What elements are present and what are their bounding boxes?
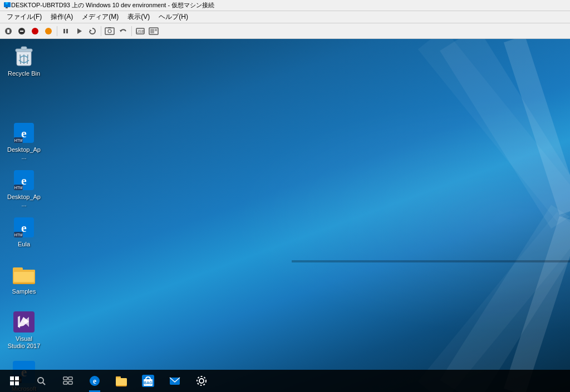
desktop: Recycle Bin e HTM Desktop_Ap... e HTM De… (0, 39, 570, 392)
svg-rect-2 (6, 7, 8, 8)
svg-rect-50 (14, 272, 34, 282)
toolbar-undo[interactable] (117, 25, 129, 37)
desktop-app-1-label: Desktop_Ap... (7, 146, 41, 161)
titlebar-text: DESKTOP-UBRTD93 上の Windows 10 dev enviro… (11, 1, 214, 9)
eula-image: e HTM (13, 216, 35, 239)
start-button[interactable] (2, 370, 27, 392)
menu-media[interactable]: メディア(M) (77, 11, 123, 23)
desktop-app-2-image: e HTM (13, 169, 35, 191)
desktop-app-2-label: Desktop_Ap... (7, 193, 41, 208)
search-button[interactable] (29, 370, 53, 392)
svg-point-8 (45, 28, 52, 34)
svg-point-75 (199, 379, 204, 383)
recycle-bin-icon[interactable]: Recycle Bin (4, 43, 43, 80)
svg-text:e: e (93, 377, 96, 385)
svg-rect-65 (68, 381, 72, 384)
svg-rect-70 (116, 378, 127, 385)
menu-help[interactable]: ヘルプ(H) (154, 11, 193, 23)
visual-studio-icon[interactable]: Visual Studio 2017 (4, 309, 43, 352)
svg-rect-1 (6, 2, 8, 4)
svg-rect-31 (21, 47, 27, 49)
svg-marker-11 (77, 28, 82, 34)
titlebar: DESKTOP-UBRTD93 上の Windows 10 dev enviro… (0, 0, 570, 11)
svg-rect-9 (63, 29, 65, 33)
toolbar-btn-2[interactable] (16, 25, 28, 37)
taskbar-explorer-button[interactable] (109, 370, 134, 392)
svg-point-60 (38, 378, 43, 383)
svg-marker-16 (120, 30, 122, 32)
toolbar-separator-2 (101, 26, 101, 36)
desktop-app-1-image: e HTM (13, 122, 35, 144)
svg-line-34 (27, 54, 28, 64)
menubar: ファイル(F) 操作(A) メディア(M) 表示(V) ヘルプ(H) (0, 11, 570, 23)
taskbar: e BAG (0, 370, 570, 392)
samples-icon[interactable]: Samples (4, 261, 43, 297)
svg-rect-62 (63, 377, 67, 380)
toolbar-pause[interactable] (60, 25, 72, 37)
toolbar-session[interactable] (148, 25, 160, 37)
task-view-button[interactable] (56, 370, 80, 392)
toolbar-reset[interactable] (86, 25, 99, 37)
toolbar-separator-1 (57, 26, 57, 36)
svg-rect-59 (15, 381, 19, 385)
taskbar-mail-button[interactable] (163, 370, 187, 392)
taskbar-settings-button[interactable] (189, 370, 214, 392)
toolbar-play[interactable] (73, 25, 85, 37)
toolbar-separator-3 (131, 26, 132, 36)
svg-line-61 (43, 383, 45, 385)
taskbar-store-button[interactable]: BAG (136, 370, 160, 392)
desktop-app-1-icon[interactable]: e HTM Desktop_Ap... (4, 120, 43, 163)
eula-icon[interactable]: e HTM Eula (4, 214, 43, 250)
menu-action[interactable]: 操作(A) (46, 11, 77, 23)
svg-rect-21 (155, 29, 157, 31)
svg-rect-57 (15, 376, 19, 380)
svg-rect-58 (10, 381, 14, 385)
visual-studio-image (13, 311, 35, 333)
svg-rect-20 (150, 29, 154, 33)
toolbar-usb[interactable]: USB (134, 25, 146, 37)
desktop-wallpaper-lines (292, 39, 570, 392)
toolbar-btn-green[interactable] (29, 25, 41, 37)
svg-text:HTM: HTM (14, 186, 22, 190)
svg-text:USB: USB (136, 29, 145, 33)
svg-line-32 (20, 54, 21, 64)
svg-rect-6 (20, 31, 23, 32)
svg-rect-63 (68, 377, 72, 380)
svg-point-76 (197, 376, 206, 385)
recycle-bin-label: Recycle Bin (8, 70, 40, 77)
toolbar-capture[interactable] (104, 25, 116, 37)
svg-marker-12 (90, 29, 92, 32)
samples-label: Samples (12, 288, 36, 295)
svg-text:HTM: HTM (14, 233, 22, 237)
svg-rect-13 (105, 28, 114, 34)
toolbar: USB (0, 23, 570, 39)
samples-image (13, 264, 35, 286)
svg-rect-10 (66, 29, 68, 33)
eula-label: Eula (18, 241, 30, 248)
svg-text:BAG: BAG (144, 381, 153, 385)
svg-rect-56 (10, 376, 14, 380)
toolbar-btn-1[interactable] (2, 25, 14, 37)
recycle-bin-image (13, 46, 35, 68)
svg-rect-64 (63, 381, 67, 384)
svg-point-14 (108, 29, 111, 33)
menu-file[interactable]: ファイル(F) (2, 11, 46, 23)
svg-text:HTM: HTM (14, 138, 22, 142)
desktop-app-2-icon[interactable]: e HTM Desktop_Ap... (4, 167, 43, 210)
svg-rect-15 (108, 27, 111, 28)
toolbar-btn-yellow[interactable] (42, 25, 55, 37)
svg-rect-4 (7, 29, 9, 33)
taskbar-edge-button[interactable]: e (82, 370, 107, 392)
visual-studio-label: Visual Studio 2017 (7, 335, 41, 350)
vm-icon (3, 2, 11, 9)
svg-point-7 (32, 28, 38, 34)
menu-view[interactable]: 表示(V) (123, 11, 154, 23)
